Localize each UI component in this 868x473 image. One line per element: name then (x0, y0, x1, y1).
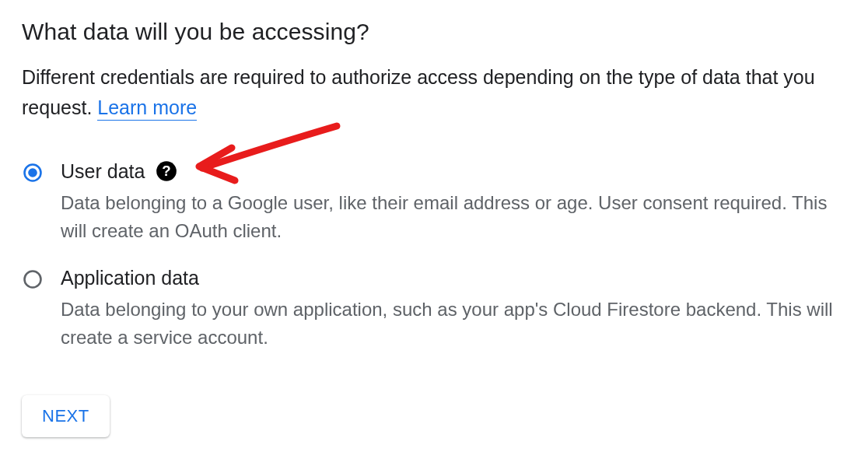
option-content: Application data Data belonging to your … (61, 267, 846, 352)
option-description: Data belonging to your own application, … (61, 296, 846, 352)
radio-unselected-icon[interactable] (22, 268, 44, 290)
option-title-row: Application data (61, 267, 846, 289)
option-application-data[interactable]: Application data Data belonging to your … (22, 267, 846, 352)
section-description: Different credentials are required to au… (22, 62, 846, 123)
svg-point-1 (28, 168, 37, 177)
help-icon[interactable]: ? (156, 160, 177, 182)
radio-selected-icon[interactable] (22, 162, 44, 184)
option-title: Application data (61, 267, 199, 289)
section-heading: What data will you be accessing? (22, 19, 846, 45)
option-user-data[interactable]: User data ? Data belonging to a Google u… (22, 160, 846, 245)
arrow-annotation-icon (185, 120, 356, 190)
option-title-row: User data ? (61, 160, 846, 183)
learn-more-link[interactable]: Learn more (97, 96, 197, 121)
option-description: Data belonging to a Google user, like th… (61, 189, 846, 245)
option-title: User data (61, 160, 145, 183)
option-content: User data ? Data belonging to a Google u… (61, 160, 846, 245)
radio-group: User data ? Data belonging to a Google u… (22, 160, 846, 352)
svg-text:?: ? (163, 163, 171, 179)
svg-point-4 (25, 271, 41, 287)
next-button[interactable]: NEXT (22, 395, 110, 437)
